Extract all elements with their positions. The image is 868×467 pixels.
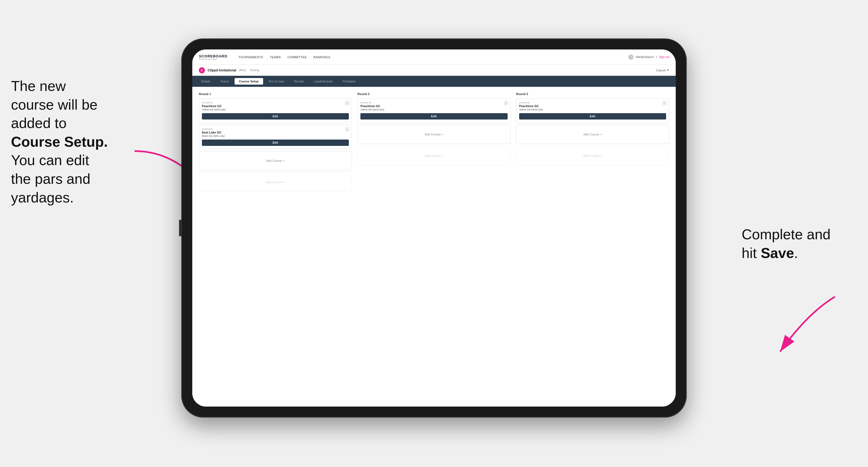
round-3-course-a-delete[interactable]: □ xyxy=(662,101,666,105)
nav-sign-out[interactable]: Sign out xyxy=(659,56,669,59)
tournament-logo: C xyxy=(199,67,205,73)
round-1-course-b-label: (Course B) xyxy=(202,128,349,130)
round-1-course-b-name: East Lake GC xyxy=(202,131,349,134)
round-2-column: Round 2 □ (Course A) Peachtree GC Yellow… xyxy=(358,92,510,194)
nav-link-committee[interactable]: COMMITTEE xyxy=(288,54,307,60)
tab-results[interactable]: Results xyxy=(289,78,308,85)
round-1-title: Round 1 xyxy=(199,92,352,96)
round-2-add-course-disabled: Add Course + xyxy=(358,146,510,165)
round-3-course-a-card: □ (Course A) Peachtree GC Yellow (M) (66… xyxy=(516,98,669,123)
nav-separator: | xyxy=(656,56,657,59)
round-1-course-b-card: □ (Course B) East Lake GC Black (M) (689… xyxy=(199,125,352,149)
nav-user-email: blair@clippd.io xyxy=(636,56,654,59)
nav-link-rankings[interactable]: RANKINGS xyxy=(313,54,330,60)
round-2-add-course-disabled-text: Add Course + xyxy=(425,154,443,157)
tournament-info: C Clippd Invitational (Men) Hosting xyxy=(199,67,259,73)
round-3-add-course-disabled: Add Course + xyxy=(516,146,669,165)
right-annotation-end: . xyxy=(794,245,798,261)
round-3-add-course-disabled-text: Add Course + xyxy=(583,154,602,157)
cancel-icon: ✕ xyxy=(666,68,669,72)
tablet-shell: SCOREBOARD Powered by clippd TOURNAMENTS… xyxy=(181,38,687,417)
nav-right: blair@clippd.io | Sign out xyxy=(628,54,669,60)
tournament-gender: (Men) xyxy=(239,69,246,72)
round-1-course-a-name: Peachtree GC xyxy=(202,104,349,108)
round-2-course-a-label: (Course A) xyxy=(361,101,507,104)
round-2-course-a-details: Yellow (M) (6629 yds) xyxy=(361,108,507,111)
round-2-course-a-delete[interactable]: □ xyxy=(504,101,508,105)
round-1-course-a-delete[interactable]: □ xyxy=(345,101,349,105)
round-1-add-course-disabled: Add Course + xyxy=(199,173,352,192)
logo-main-text: SCOREBOARD xyxy=(199,54,227,58)
annotation-line6: yardages. xyxy=(11,190,73,206)
right-annotation-line1: Complete and xyxy=(742,226,831,242)
round-3-add-course-btn[interactable]: Add Course + xyxy=(516,125,669,144)
round-3-course-a-label: (Course A) xyxy=(519,101,666,104)
round-1-course-a-details: Yellow (M) (6629 yds) xyxy=(202,108,349,111)
tab-tee-groups[interactable]: Tee Groups xyxy=(264,78,289,85)
nav-links: TOURNAMENTS TEAMS COMMITTEE RANKINGS xyxy=(239,54,619,60)
round-1-column: Round 1 □ (Course A) Peachtree GC Yellow… xyxy=(199,92,352,194)
tab-details[interactable]: Details xyxy=(197,78,215,85)
logo-sub-text: Powered by clippd xyxy=(199,58,227,60)
round-2-title: Round 2 xyxy=(358,92,510,96)
tab-bar: Details Teams Course Setup Tee Groups Re… xyxy=(192,76,676,87)
round-2-course-a-edit-btn[interactable]: Edit xyxy=(361,113,507,120)
round-1-add-course-text: Add Course + xyxy=(266,159,285,162)
round-1-course-a-label: (Course A) xyxy=(202,101,349,104)
round-3-add-course-text: Add Course + xyxy=(583,133,602,136)
round-3-column: Round 3 □ (Course A) Peachtree GC Yellow… xyxy=(516,92,669,194)
rounds-grid: Round 1 □ (Course A) Peachtree GC Yellow… xyxy=(199,92,669,194)
top-nav: SCOREBOARD Powered by clippd TOURNAMENTS… xyxy=(192,50,676,65)
round-1-course-b-delete[interactable]: □ xyxy=(345,127,349,132)
right-annotation-bold: Save xyxy=(761,245,794,261)
annotation-bold: Course Setup. xyxy=(11,134,108,150)
round-1-course-a-card: □ (Course A) Peachtree GC Yellow (M) (66… xyxy=(199,98,352,123)
right-annotation-line2: hit xyxy=(742,245,761,261)
nav-link-tournaments[interactable]: TOURNAMENTS xyxy=(239,54,263,60)
main-content: Round 1 □ (Course A) Peachtree GC Yellow… xyxy=(192,87,676,407)
left-annotation: The new course will be added to Course S… xyxy=(11,77,126,207)
round-1-course-b-details: Black (M) (6891 yds) xyxy=(202,134,349,137)
tab-printables[interactable]: Printables xyxy=(338,78,361,85)
round-3-course-a-details: Yellow (M) (6629 yds) xyxy=(519,108,666,111)
annotation-line5: the pars and xyxy=(11,171,90,187)
right-arrow xyxy=(758,291,840,357)
tournament-name: Clippd Invitational xyxy=(208,68,236,72)
round-2-add-course-text: Add Course + xyxy=(425,133,443,136)
round-2-add-course-btn[interactable]: Add Course + xyxy=(358,125,510,144)
round-2-course-a-name: Peachtree GC xyxy=(361,104,507,108)
round-3-course-a-edit-btn[interactable]: Edit xyxy=(519,113,666,120)
tab-teams[interactable]: Teams xyxy=(216,78,234,85)
tab-course-setup[interactable]: Course Setup xyxy=(235,78,263,85)
round-3-course-a-name: Peachtree GC xyxy=(519,104,666,108)
tablet-screen: SCOREBOARD Powered by clippd TOURNAMENTS… xyxy=(192,50,676,407)
tablet-side-button xyxy=(179,220,181,236)
round-2-course-a-card: □ (Course A) Peachtree GC Yellow (M) (66… xyxy=(358,98,510,123)
nav-avatar xyxy=(628,54,634,60)
cancel-label: Cancel xyxy=(656,69,665,72)
cancel-button[interactable]: Cancel ✕ xyxy=(656,68,669,72)
round-1-add-course-btn[interactable]: Add Course + xyxy=(199,151,352,170)
round-1-course-b-edit-btn[interactable]: Edit xyxy=(202,139,349,146)
tournament-bar: C Clippd Invitational (Men) Hosting Canc… xyxy=(192,65,676,76)
scoreboard-logo: SCOREBOARD Powered by clippd xyxy=(199,54,227,60)
annotation-line2: course will be xyxy=(11,97,97,113)
annotation-line4: You can edit xyxy=(11,152,89,168)
tournament-status: Hosting xyxy=(250,69,259,72)
round-1-add-course-disabled-text: Add Course + xyxy=(266,181,285,184)
annotation-line3: added to xyxy=(11,115,66,131)
right-annotation: Complete and hit Save. xyxy=(742,225,846,262)
round-3-title: Round 3 xyxy=(516,92,669,96)
tab-leaderboards[interactable]: Leaderboards xyxy=(310,78,337,85)
nav-link-teams[interactable]: TEAMS xyxy=(270,54,281,60)
round-1-course-a-edit-btn[interactable]: Edit xyxy=(202,113,349,120)
annotation-line1: The new xyxy=(11,78,66,94)
